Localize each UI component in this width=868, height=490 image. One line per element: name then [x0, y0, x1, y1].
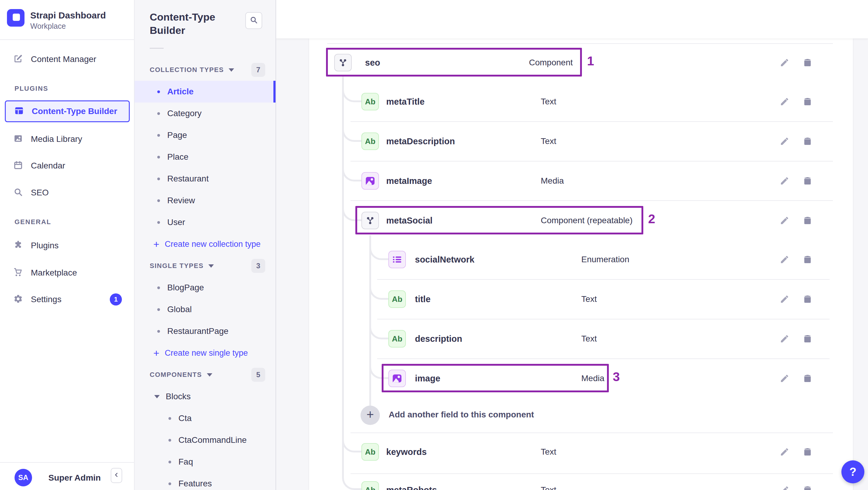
component-faq[interactable]: Faq: [134, 451, 276, 473]
search-icon: [13, 187, 23, 198]
collection-type-place[interactable]: Place: [134, 146, 276, 168]
sidebar-item-marketplace[interactable]: Marketplace: [5, 262, 130, 284]
field-row-socialnetwork: socialNetwork Enumeration: [309, 240, 853, 279]
field-name: metaImage: [386, 176, 432, 186]
bullet-icon: [157, 199, 160, 202]
delete-field-button[interactable]: [802, 57, 813, 69]
single-type-blogpage[interactable]: BlogPage: [134, 277, 276, 299]
sidebar-item-seo[interactable]: SEO: [5, 182, 130, 204]
edit-field-button[interactable]: [778, 446, 790, 458]
delete-field-button[interactable]: [802, 135, 813, 147]
sidebar-item-label: Settings: [31, 295, 61, 304]
collection-types-header[interactable]: COLLECTION TYPES 7: [134, 59, 276, 81]
sidebar-item-content-type-builder[interactable]: Content-Type Builder: [5, 100, 130, 122]
delete-field-button[interactable]: [802, 214, 813, 226]
edit-field-button[interactable]: [778, 484, 790, 490]
annotation-number-3: 3: [613, 370, 620, 384]
sidebar-item-label: SEO: [31, 188, 49, 197]
edit-field-button[interactable]: [778, 214, 790, 226]
enumeration-icon: [388, 251, 406, 268]
delete-field-button[interactable]: [802, 253, 813, 266]
field-type: Text: [541, 447, 556, 457]
component-ctacommandline[interactable]: CtaCommandLine: [134, 429, 276, 451]
edit-field-button[interactable]: [778, 135, 790, 147]
single-types-header[interactable]: SINGLE TYPES 3: [134, 255, 276, 277]
sidebar-item-label: Content-Type Builder: [32, 106, 117, 116]
add-component-field-button[interactable]: +: [361, 406, 380, 425]
sidebar-item-label: Content Manager: [31, 55, 96, 64]
collection-type-page[interactable]: Page: [134, 124, 276, 146]
search-icon: [249, 16, 258, 25]
collapse-sidebar-button[interactable]: [111, 468, 122, 483]
field-type: Text: [541, 485, 556, 490]
components-header[interactable]: COMPONENTS 5: [134, 364, 276, 386]
edit-field-button[interactable]: [778, 57, 790, 69]
delete-field-button[interactable]: [802, 484, 813, 490]
collection-type-user[interactable]: User: [134, 211, 276, 233]
chevron-down-icon: [207, 373, 212, 376]
delete-field-button[interactable]: [802, 372, 813, 385]
component-features[interactable]: Features: [134, 473, 276, 490]
sidebar-item-media-library[interactable]: Media Library: [5, 128, 130, 150]
create-collection-type-link[interactable]: +Create new collection type: [134, 233, 276, 255]
component-icon: [362, 212, 379, 229]
sidebar-item-calendar[interactable]: Calendar: [5, 155, 130, 177]
sidebar-item-label: Plugins: [31, 241, 59, 250]
delete-field-button[interactable]: [802, 333, 813, 345]
divider: [0, 39, 134, 40]
collection-type-restaurant[interactable]: Restaurant: [134, 168, 276, 190]
edit-field-button[interactable]: [778, 372, 790, 385]
text-icon: Ab: [362, 443, 379, 461]
edit-field-button[interactable]: [778, 333, 790, 345]
page-header: [276, 0, 868, 38]
bullet-icon: [157, 286, 160, 289]
help-button[interactable]: ?: [841, 460, 864, 483]
divider: [0, 462, 134, 463]
components-count: 5: [251, 368, 265, 382]
single-type-restaurantpage[interactable]: RestaurantPage: [134, 320, 276, 342]
edit-field-button[interactable]: [778, 293, 790, 305]
field-name: metaDescription: [386, 136, 455, 146]
single-type-global[interactable]: Global: [134, 299, 276, 320]
delete-field-button[interactable]: [802, 96, 813, 108]
field-type: Text: [541, 136, 556, 146]
search-button[interactable]: [245, 12, 262, 29]
builder-nav-list: COLLECTION TYPES 7 Article Category Page…: [134, 59, 276, 490]
sidebar-item-plugins[interactable]: Plugins: [5, 235, 130, 256]
delete-field-button[interactable]: [802, 175, 813, 187]
add-component-field-label[interactable]: Add another field to this component: [389, 410, 534, 420]
field-row-metadescription: Ab metaDescription Text: [309, 122, 853, 161]
text-icon: Ab: [362, 132, 379, 150]
field-row-metarobots: Ab metaRobots Text: [309, 470, 853, 490]
media-icon: [362, 172, 379, 190]
field-type: Component (repeatable): [541, 216, 633, 225]
bullet-icon: [157, 330, 160, 333]
field-type: Text: [541, 97, 556, 106]
gear-icon: [13, 294, 23, 305]
plus-icon: +: [367, 408, 374, 421]
create-single-type-link[interactable]: +Create new single type: [134, 342, 276, 364]
delete-field-button[interactable]: [802, 446, 813, 458]
avatar[interactable]: SA: [14, 469, 32, 486]
bullet-icon: [168, 461, 171, 463]
text-icon: Ab: [388, 290, 406, 308]
component-group-blocks[interactable]: Blocks: [134, 386, 276, 407]
delete-field-button[interactable]: [802, 293, 813, 305]
collection-type-review[interactable]: Review: [134, 190, 276, 211]
sidebar-item-content-manager[interactable]: Content Manager: [5, 49, 130, 70]
collection-type-article[interactable]: Article: [134, 81, 276, 102]
edit-field-button[interactable]: [778, 96, 790, 108]
edit-field-button[interactable]: [778, 175, 790, 187]
collection-type-category[interactable]: Category: [134, 102, 276, 124]
app-title: Strapi Dashboard: [30, 10, 106, 21]
field-name: title: [415, 294, 431, 304]
field-name: socialNetwork: [415, 255, 474, 265]
edit-field-button[interactable]: [778, 253, 790, 266]
field-name: description: [415, 334, 462, 344]
bullet-icon: [157, 156, 160, 158]
puzzle-icon: [13, 240, 23, 251]
general-section-heading: GENERAL: [14, 218, 52, 226]
bullet-icon: [157, 178, 160, 180]
component-cta[interactable]: Cta: [134, 407, 276, 429]
sidebar-item-settings[interactable]: Settings 1: [5, 288, 130, 310]
